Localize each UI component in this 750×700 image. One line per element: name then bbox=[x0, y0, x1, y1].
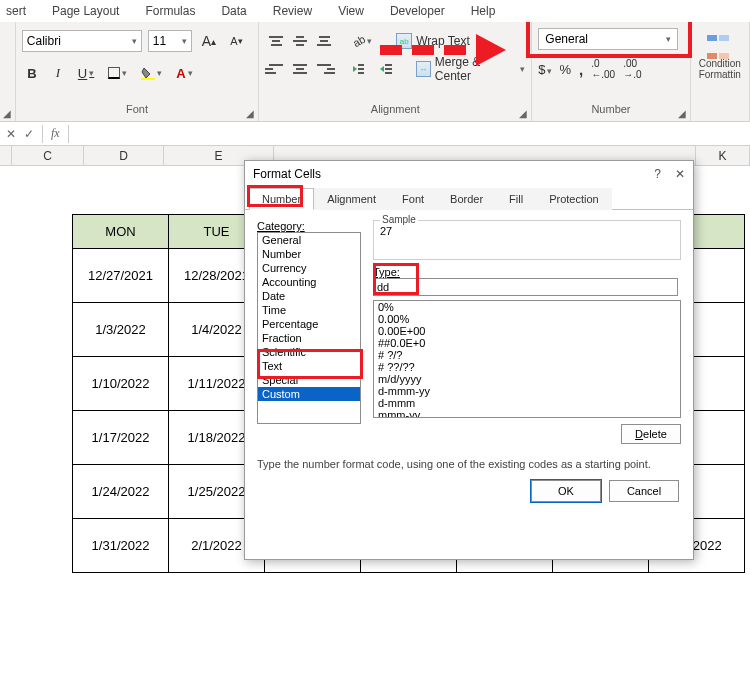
decrease-decimal-icon[interactable]: .00→.0 bbox=[623, 58, 641, 80]
decrease-indent-icon[interactable] bbox=[347, 58, 368, 80]
list-item[interactable]: # ??/?? bbox=[374, 361, 680, 373]
list-item[interactable]: Percentage bbox=[258, 317, 360, 331]
border-button[interactable]: ▾ bbox=[104, 62, 131, 84]
tab-border[interactable]: Border bbox=[437, 188, 496, 210]
tab-insert[interactable]: sert bbox=[6, 4, 26, 18]
increase-decimal-icon[interactable]: .0←.00 bbox=[591, 58, 615, 80]
currency-button[interactable]: $▾ bbox=[538, 62, 551, 77]
tab-developer[interactable]: Developer bbox=[390, 4, 445, 18]
tab-view[interactable]: View bbox=[338, 4, 364, 18]
align-top-icon[interactable] bbox=[265, 31, 287, 51]
conditional-formatting-icon[interactable] bbox=[706, 28, 734, 56]
number-format-select[interactable]: General▾ bbox=[538, 28, 678, 50]
list-item[interactable]: Date bbox=[258, 289, 360, 303]
merge-center-button[interactable]: ↔Merge & Center▾ bbox=[416, 58, 526, 80]
format-hint: Type the number format code, using one o… bbox=[245, 454, 693, 470]
font-name-select[interactable]: Calibri▾ bbox=[22, 30, 142, 52]
list-item-selected[interactable]: Custom bbox=[258, 387, 360, 401]
col-k[interactable]: K bbox=[696, 146, 750, 165]
list-item[interactable]: Number bbox=[258, 247, 360, 261]
svg-rect-0 bbox=[141, 78, 155, 80]
format-list[interactable]: 0% 0.00% 0.00E+00 ##0.0E+0 # ?/? # ??/??… bbox=[373, 300, 681, 418]
svg-text:ab: ab bbox=[351, 33, 367, 49]
fx-cancel-icon[interactable]: ✕ bbox=[6, 127, 16, 141]
align-bottom-icon[interactable] bbox=[313, 31, 335, 51]
align-right-icon[interactable] bbox=[313, 59, 335, 79]
font-size-select[interactable]: 11▾ bbox=[148, 30, 192, 52]
list-item[interactable]: 0.00% bbox=[374, 313, 680, 325]
list-item[interactable]: d-mmm bbox=[374, 397, 680, 409]
svg-rect-3 bbox=[358, 68, 364, 70]
list-item[interactable]: # ?/? bbox=[374, 349, 680, 361]
tab-help[interactable]: Help bbox=[471, 4, 496, 18]
svg-rect-5 bbox=[385, 64, 391, 66]
increase-font-icon[interactable]: A▴ bbox=[198, 30, 220, 52]
font-launcher-icon[interactable]: ◢ bbox=[246, 108, 254, 119]
list-item[interactable]: Time bbox=[258, 303, 360, 317]
header-mon: MON bbox=[73, 215, 169, 249]
formula-bar: ✕ ✓ fx bbox=[0, 122, 750, 146]
svg-rect-7 bbox=[385, 72, 391, 74]
col-d[interactable]: D bbox=[84, 146, 164, 165]
fx-accept-icon[interactable]: ✓ bbox=[24, 127, 34, 141]
cancel-button[interactable]: Cancel bbox=[609, 480, 679, 502]
tab-formulas[interactable]: Formulas bbox=[145, 4, 195, 18]
list-item[interactable]: Fraction bbox=[258, 331, 360, 345]
ok-button[interactable]: OK bbox=[531, 480, 601, 502]
list-item[interactable]: Special bbox=[258, 373, 360, 387]
col-c[interactable]: C bbox=[12, 146, 84, 165]
bold-button[interactable]: B bbox=[22, 62, 42, 84]
italic-button[interactable]: I bbox=[48, 62, 68, 84]
number-launcher-icon[interactable]: ◢ bbox=[678, 108, 686, 119]
dialog-close-icon[interactable]: ✕ bbox=[675, 167, 685, 181]
percent-button[interactable]: % bbox=[560, 62, 572, 77]
svg-rect-4 bbox=[358, 72, 364, 74]
list-item[interactable]: 0.00E+00 bbox=[374, 325, 680, 337]
tab-fill[interactable]: Fill bbox=[496, 188, 536, 210]
tab-page-layout[interactable]: Page Layout bbox=[52, 4, 119, 18]
list-item[interactable]: Accounting bbox=[258, 275, 360, 289]
alignment-launcher-icon[interactable]: ◢ bbox=[519, 108, 527, 119]
fx-icon[interactable]: fx bbox=[51, 126, 60, 141]
group-label: Alignment bbox=[371, 103, 420, 115]
format-cells-dialog: Format Cells ? ✕ Number Alignment Font B… bbox=[244, 160, 694, 560]
list-item[interactable]: Scientific bbox=[258, 345, 360, 359]
comma-button[interactable]: , bbox=[579, 61, 583, 78]
tab-font[interactable]: Font bbox=[389, 188, 437, 210]
underline-button[interactable]: U▾ bbox=[74, 62, 98, 84]
orientation-button[interactable]: ab▾ bbox=[347, 30, 376, 52]
group-number: General▾ $▾ % , .0←.00 .00→.0 Number◢ bbox=[532, 22, 690, 121]
group-styles: Condition Formattin bbox=[691, 22, 750, 121]
list-item[interactable]: ##0.0E+0 bbox=[374, 337, 680, 349]
clipboard-launcher-icon[interactable]: ◢ bbox=[3, 108, 11, 119]
list-item[interactable]: 0% bbox=[374, 301, 680, 313]
group-label: Font bbox=[126, 103, 148, 115]
list-item[interactable]: Text bbox=[258, 359, 360, 373]
list-item[interactable]: Currency bbox=[258, 261, 360, 275]
category-list[interactable]: General Number Currency Accounting Date … bbox=[257, 232, 361, 424]
align-center-icon[interactable] bbox=[289, 59, 311, 79]
list-item[interactable]: mmm-yy bbox=[374, 409, 680, 418]
ribbon-tabs: sert Page Layout Formulas Data Review Vi… bbox=[0, 0, 750, 22]
dialog-help-icon[interactable]: ? bbox=[654, 167, 661, 181]
font-color-button[interactable]: A▾ bbox=[172, 62, 196, 84]
align-left-icon[interactable] bbox=[265, 59, 287, 79]
decrease-font-icon[interactable]: A▾ bbox=[226, 30, 246, 52]
tab-alignment[interactable]: Alignment bbox=[314, 188, 389, 210]
tab-data[interactable]: Data bbox=[221, 4, 246, 18]
tab-number[interactable]: Number bbox=[249, 188, 314, 210]
tab-review[interactable]: Review bbox=[273, 4, 312, 18]
tab-protection[interactable]: Protection bbox=[536, 188, 612, 210]
fill-color-button[interactable]: ▾ bbox=[137, 62, 166, 84]
list-item[interactable]: General bbox=[258, 233, 360, 247]
list-item[interactable]: d-mmm-yy bbox=[374, 385, 680, 397]
group-font: Calibri▾ 11▾ A▴ A▾ B I U▾ ▾ ▾ A▾ Font◢ bbox=[16, 22, 259, 121]
align-middle-icon[interactable] bbox=[289, 31, 311, 51]
delete-button[interactable]: Delete bbox=[621, 424, 681, 444]
increase-indent-icon[interactable] bbox=[374, 58, 395, 80]
list-item[interactable]: m/d/yyyy bbox=[374, 373, 680, 385]
type-input[interactable] bbox=[373, 278, 678, 296]
category-label: Category: bbox=[257, 220, 361, 232]
group-alignment: ab▾ abWrap Text ↔Merge & Center▾ Ali bbox=[259, 22, 532, 121]
wrap-text-button[interactable]: abWrap Text bbox=[396, 30, 470, 52]
